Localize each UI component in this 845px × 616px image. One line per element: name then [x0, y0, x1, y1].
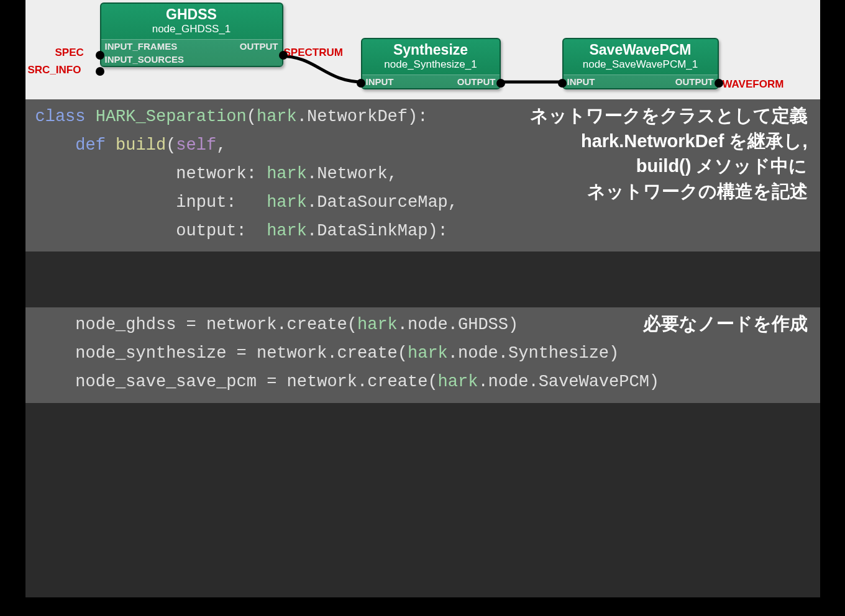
port-in: INPUT: [567, 76, 595, 87]
port-dot[interactable]: [496, 79, 505, 88]
node-savewavepcm[interactable]: SaveWavePCM node_SaveWavePCM_1 INPUTOUTP…: [562, 38, 719, 89]
node-sub: node_SaveWavePCM_1: [564, 58, 718, 75]
node-sub: node_GHDSS_1: [101, 23, 282, 39]
node-sub: node_Synthesize_1: [362, 58, 500, 75]
port-in2: INPUT_SOURCES: [105, 54, 185, 65]
spacer: [25, 251, 820, 307]
slide: SPEC SRC_INFO SPECTRUM WAVEFORM GHDSS no…: [25, 0, 820, 597]
port-dot[interactable]: [558, 79, 567, 88]
ext-label-waveform: WAVEFORM: [723, 78, 784, 91]
node-synthesize[interactable]: Synthesize node_Synthesize_1 INPUTOUTPUT: [361, 38, 501, 89]
network-diagram: SPEC SRC_INFO SPECTRUM WAVEFORM GHDSS no…: [25, 0, 820, 99]
ext-label-spectrum: SPECTRUM: [284, 47, 343, 59]
port-dot[interactable]: [96, 67, 104, 76]
port-in: INPUT_FRAMES: [105, 41, 178, 52]
annotation-class-def: ネットワークをクラスとして定義 hark.NetworkDef を継承し, bu…: [530, 103, 808, 204]
node-title: SaveWavePCM: [564, 39, 718, 58]
port-out: OUTPUT: [457, 76, 496, 87]
ext-label-spec: SPEC: [55, 47, 84, 59]
code-block-1: ネットワークをクラスとして定義 hark.NetworkDef を継承し, bu…: [25, 99, 820, 251]
port-out: OUTPUT: [240, 41, 278, 52]
code-line: node_synthesize = network.create(hark.no…: [35, 340, 810, 368]
code-line: output: hark.DataSinkMap):: [35, 217, 810, 246]
node-title: GHDSS: [101, 4, 282, 23]
annotation-create-nodes: 必要なノードを作成: [643, 311, 808, 337]
code-block-2: 必要なノードを作成 node_ghdss = network.create(ha…: [25, 307, 820, 403]
port-dot[interactable]: [357, 79, 365, 88]
code-line: node_save_save_pcm = network.create(hark…: [35, 368, 810, 397]
node-title: Synthesize: [362, 39, 500, 58]
port-dot[interactable]: [715, 79, 723, 88]
port-in: INPUT: [366, 76, 394, 87]
node-ghdss[interactable]: GHDSS node_GHDSS_1 INPUT_FRAMESOUTPUT IN…: [100, 2, 283, 67]
port-dot[interactable]: [96, 51, 104, 60]
ext-label-src-info: SRC_INFO: [28, 64, 81, 76]
port-out: OUTPUT: [675, 76, 714, 87]
port-dot[interactable]: [279, 51, 288, 60]
